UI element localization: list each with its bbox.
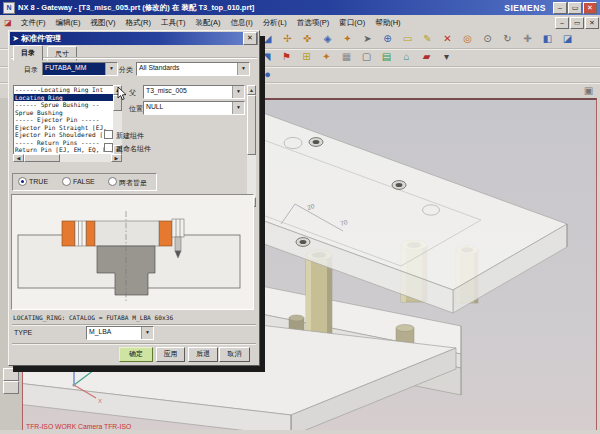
more-icon[interactable]: ▾ <box>438 49 455 64</box>
annotate-icon[interactable]: ✎ <box>419 31 436 46</box>
delete-icon[interactable]: ✕ <box>439 31 456 46</box>
menu-information[interactable]: 信息(I) <box>226 17 258 29</box>
circle-tool-icon[interactable]: ◎ <box>459 31 476 46</box>
minimize-button[interactable]: – <box>553 2 567 14</box>
chevron-down-icon[interactable]: ▼ <box>232 102 244 114</box>
menu-format[interactable]: 格式(R) <box>121 17 156 29</box>
type-combo[interactable]: M_LBA ▼ <box>86 326 154 340</box>
radio-false-label: FALSE <box>73 178 95 185</box>
child-close-button[interactable]: ✕ <box>585 17 599 29</box>
radio-both[interactable] <box>108 177 117 186</box>
back-button[interactable]: 后退 <box>188 347 218 362</box>
dialog-close-icon[interactable]: ✕ <box>243 32 257 45</box>
list-item[interactable]: Ejector Pin Shouldered [ <box>14 131 114 139</box>
menubar: ◪ 文件(F) 编辑(E) 视图(V) 格式(R) 工具(T) 装配(A) 信息… <box>0 15 600 31</box>
classification-combo[interactable]: All Standards ▼ <box>136 62 250 76</box>
scroll-left-icon[interactable]: ◀ <box>13 154 24 162</box>
plane-icon[interactable]: ✦ <box>339 31 356 46</box>
view-cube-icon[interactable]: ◪ <box>559 31 576 46</box>
sketch-icon[interactable]: ✢ <box>279 31 296 46</box>
sheet-icon[interactable]: ▤ <box>378 49 395 64</box>
grid-icon[interactable]: ▦ <box>338 49 355 64</box>
scroll-up-icon[interactable]: ▲ <box>247 85 256 95</box>
menu-assemblies[interactable]: 装配(A) <box>191 17 226 29</box>
apply-button[interactable]: 应用 <box>156 347 185 362</box>
viewport-tool-icon[interactable]: ▣ <box>580 83 597 98</box>
list-item[interactable]: Return Pin [EJ, EH, EQ, EA, <box>14 146 114 154</box>
window-icon[interactable]: ▢ <box>358 49 375 64</box>
dock-button[interactable] <box>3 368 19 381</box>
vector-icon[interactable]: ◈ <box>319 31 336 46</box>
ok-button[interactable]: 确定 <box>119 347 153 362</box>
menu-edit[interactable]: 编辑(E) <box>51 17 86 29</box>
list-item[interactable]: Sprue Bushing <box>14 109 114 117</box>
mw-project-icon[interactable]: ◥ <box>258 49 275 64</box>
list-horizontal-scrollbar[interactable]: ◀ ▶ <box>13 154 122 162</box>
scrollbar-thumb[interactable] <box>247 95 256 155</box>
menu-preferences[interactable]: 首选项(P) <box>292 17 335 29</box>
part-family-icon[interactable]: ✦ <box>318 49 335 64</box>
parent-combo[interactable]: T3_misc_005 ▼ <box>143 85 245 99</box>
siemens-logo: SIEMENS <box>504 3 546 13</box>
list-item[interactable]: -------Locating Ring Int <box>14 86 114 94</box>
menu-help[interactable]: 帮助(H) <box>370 17 405 29</box>
csys-icon[interactable]: ◢ <box>259 31 276 46</box>
restore-button[interactable]: ▭ <box>568 2 582 14</box>
select-arrow-icon[interactable]: ➤ <box>359 31 376 46</box>
type-label: TYPE <box>14 329 32 336</box>
dock-button[interactable] <box>3 381 19 394</box>
zoom-icon[interactable]: ⊙ <box>479 31 496 46</box>
menu-file[interactable]: 文件(F) <box>16 17 51 29</box>
dialog-grip-icon: ➤ <box>10 34 21 43</box>
toolbar-row-1: ◢ ✢ ✜ ◈ ✦ ➤ ⊕ ▭ ✎ ✕ ◎ ⊙ ↻ ✚ ◧ ◪ <box>259 31 576 46</box>
radio-false[interactable] <box>62 177 71 186</box>
scrollbar-thumb[interactable] <box>24 154 60 162</box>
x-axis-label: X <box>98 398 102 404</box>
chevron-down-icon[interactable]: ▼ <box>141 327 153 339</box>
tab-catalog[interactable]: 目录 <box>13 45 43 61</box>
menu-tools[interactable]: 工具(T) <box>156 17 191 29</box>
rename-component-checkbox[interactable] <box>104 143 113 152</box>
new-component-checkbox[interactable] <box>104 130 113 139</box>
menu-analysis[interactable]: 分析(L) <box>258 17 292 29</box>
rename-component-label: 重命名组件 <box>116 144 151 154</box>
scroll-right-icon[interactable]: ▶ <box>111 154 122 162</box>
pan-view-icon[interactable]: ✚ <box>519 31 536 46</box>
list-item[interactable]: Ejector Pin Straight [EJ, <box>14 124 114 132</box>
child-minimize-button[interactable]: – <box>555 17 569 29</box>
list-item[interactable]: ----- Return Pins ----- <box>14 139 114 147</box>
measure-icon[interactable]: ▭ <box>399 31 416 46</box>
cancel-button[interactable]: 取消 <box>219 347 250 362</box>
child-restore-button[interactable]: ▭ <box>570 17 584 29</box>
catalog-info-line: LOCATING_RING: CATALOG = FUTABA M_LBA 60… <box>13 314 173 321</box>
menu-window[interactable]: 窗口(O) <box>334 17 370 29</box>
list-item-selected[interactable]: Locating Ring <box>14 94 114 102</box>
dialog-vertical-scrollbar[interactable]: ▲ ▼ <box>247 85 256 205</box>
catalog-combo[interactable]: FUTABA_MM ▼ <box>42 62 118 76</box>
divider <box>12 343 256 345</box>
table-icon[interactable]: ⊞ <box>298 49 315 64</box>
menu-view[interactable]: 视图(V) <box>86 17 121 29</box>
catalog-icon[interactable]: ▰ <box>418 49 435 64</box>
chevron-down-icon[interactable]: ▼ <box>237 63 249 75</box>
position-value: NULL <box>144 102 232 114</box>
snap-point-icon[interactable]: ⊕ <box>379 31 396 46</box>
radio-true[interactable] <box>18 177 27 186</box>
point-icon[interactable]: ✜ <box>299 31 316 46</box>
roof-icon[interactable]: ⌂ <box>398 49 415 64</box>
position-combo[interactable]: NULL ▼ <box>143 101 245 115</box>
close-button[interactable]: ✕ <box>583 2 597 14</box>
standard-part-list[interactable]: -------Locating Ring Int Locating Ring -… <box>13 85 115 155</box>
chevron-down-icon[interactable]: ▼ <box>232 86 244 98</box>
mold-wizard-icon[interactable]: ● <box>259 67 276 82</box>
list-item[interactable]: ----- Ejector Pin ----- <box>14 116 114 124</box>
list-item[interactable]: ------ Sprue Bushing -- <box>14 101 114 109</box>
pin-icon[interactable]: ⚑ <box>278 49 295 64</box>
shaded-view-icon[interactable]: ◧ <box>539 31 556 46</box>
app-icon: N <box>3 2 15 14</box>
chevron-down-icon[interactable]: ▼ <box>105 63 117 75</box>
dialog-titlebar[interactable]: ➤ 标准件管理 ✕ <box>10 32 258 45</box>
locating-ring-section-drawing <box>12 195 251 307</box>
rotate-view-icon[interactable]: ↻ <box>499 31 516 46</box>
radio-true-label: TRUE <box>29 178 48 185</box>
